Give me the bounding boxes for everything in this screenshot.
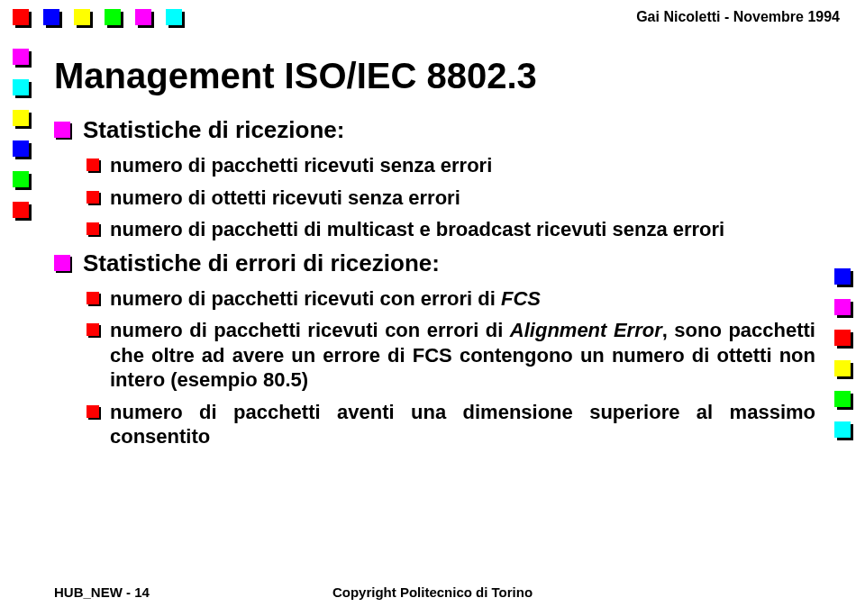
level2-text: numero di ottetti ricevuti senza errori xyxy=(110,186,460,211)
decorative-square xyxy=(834,391,851,407)
level2-text: numero di pacchetti di multicast e broad… xyxy=(110,217,724,242)
slide-content: Management ISO/IEC 8802.3 Statistiche di… xyxy=(54,56,815,457)
level1-text: Statistiche di errori di ricezione: xyxy=(83,249,440,277)
level2-text: numero di pacchetti ricevuti con errori … xyxy=(110,286,541,312)
decorative-square xyxy=(74,9,90,25)
level2-text: numero di pacchetti ricevuti con errori … xyxy=(110,318,815,393)
decorative-square xyxy=(834,299,851,315)
decorative-square xyxy=(13,49,29,65)
level2-item: numero di pacchetti ricevuti con errori … xyxy=(86,318,815,393)
square-bullet-icon xyxy=(86,405,99,418)
decorative-square xyxy=(43,9,59,25)
level2-item: numero di pacchetti aventi una dimension… xyxy=(86,400,815,449)
footer-center: Copyright Politecnico di Torino xyxy=(332,584,533,600)
decorative-square xyxy=(135,9,151,25)
decorative-square xyxy=(13,9,29,25)
decorative-square xyxy=(13,171,29,187)
decorative-square xyxy=(834,360,851,376)
header-attribution: Gai Nicoletti - Novembre 1994 xyxy=(636,9,840,25)
decorative-square xyxy=(834,268,851,285)
square-bullet-icon xyxy=(86,323,99,336)
level1-item: Statistiche di errori di ricezione: xyxy=(54,249,815,277)
decorative-square xyxy=(13,202,29,218)
decorative-square xyxy=(834,330,851,346)
level2-item: numero di pacchetti ricevuti con errori … xyxy=(86,286,815,312)
square-bullet-icon xyxy=(86,292,99,304)
decorative-square xyxy=(834,421,851,438)
decorative-square xyxy=(166,9,182,25)
square-bullet-icon xyxy=(54,122,70,138)
footer-left: HUB_NEW - 14 xyxy=(54,584,150,600)
level2-item: numero di pacchetti ricevuti senza error… xyxy=(86,153,815,178)
square-bullet-icon xyxy=(54,255,70,271)
square-bullet-icon xyxy=(86,159,99,171)
level2-item: numero di pacchetti di multicast e broad… xyxy=(86,217,815,242)
level1-item: Statistiche di ricezione: xyxy=(54,116,815,144)
decorative-square xyxy=(13,140,29,157)
decorative-square xyxy=(13,110,29,126)
level1-text: Statistiche di ricezione: xyxy=(83,116,344,144)
decorative-square xyxy=(13,79,29,95)
level2-text: numero di pacchetti ricevuti senza error… xyxy=(110,153,492,178)
square-bullet-icon xyxy=(86,191,99,204)
level2-item: numero di ottetti ricevuti senza errori xyxy=(86,186,815,211)
slide-title: Management ISO/IEC 8802.3 xyxy=(54,56,815,96)
decorative-square xyxy=(105,9,121,25)
level2-text: numero di pacchetti aventi una dimension… xyxy=(110,400,815,449)
square-bullet-icon xyxy=(86,222,99,235)
